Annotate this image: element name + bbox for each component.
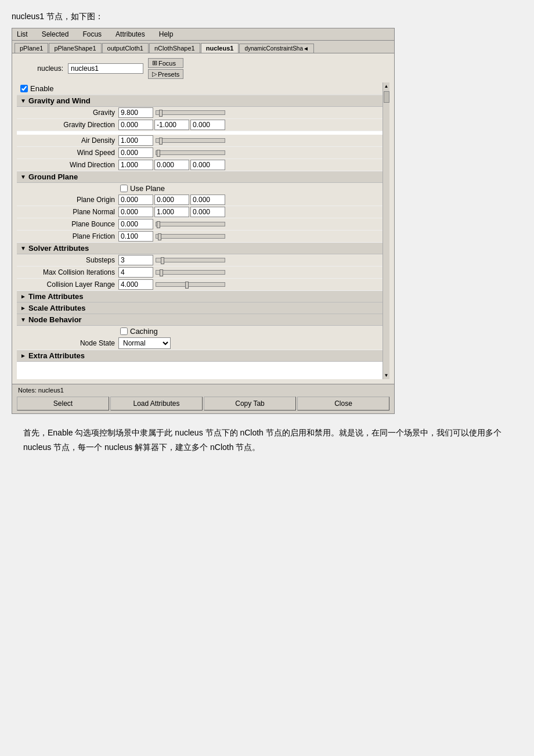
focus-button[interactable]: ⊞ Focus [148,58,183,68]
max-collision-slider[interactable] [156,270,225,275]
plane-normal-x[interactable] [118,207,153,217]
caching-row: Caching [17,326,383,337]
attrs-panel: Enable ▼ Gravity and Wind Gravity [17,82,383,379]
attr-row-plane-origin: Plane Origin [17,194,383,206]
scroll-up-arrow[interactable]: ▲ [384,82,389,90]
nucleus-input[interactable] [68,63,143,74]
load-attributes-button[interactable]: Load Attributes [110,397,203,411]
wind-dir-z[interactable] [190,160,225,170]
bottom-bar: Notes: nucleus1 Select Load Attributes C… [12,384,394,413]
nucleus-row: nucleus: ⊞ Focus ▷ Presets [17,58,389,79]
gravity-dir-z[interactable] [190,120,225,130]
plane-normal-z[interactable] [190,207,225,217]
attr-row-plane-normal: Plane Normal [17,206,383,218]
close-button[interactable]: Close [297,397,389,411]
attr-row-air-density: Air Density [17,135,383,147]
collision-layer-slider[interactable] [156,282,225,287]
attr-row-gravity-direction: Gravity Direction [17,119,383,131]
presets-icon: ▷ [152,70,157,78]
collision-layer-input[interactable] [118,279,153,290]
node-state-select[interactable]: Normal HasNoEffect Blocking [118,337,171,349]
tab-pplane1[interactable]: pPlane1 [15,43,48,53]
nucleus-btn-group: ⊞ Focus ▷ Presets [148,58,183,79]
plane-origin-z[interactable] [190,195,225,205]
gravity-dir-y[interactable] [154,120,189,130]
wind-speed-slider[interactable] [156,150,225,155]
caching-checkbox[interactable] [120,327,128,335]
time-label: Time Attributes [28,292,84,301]
enable-checkbox[interactable] [20,85,28,92]
attr-row-plane-friction: Plane Friction [17,231,383,243]
wind-dir-x[interactable] [118,160,153,170]
plane-origin-x[interactable] [118,195,153,205]
caching-label: Caching [130,327,158,336]
max-collision-input[interactable] [118,267,153,278]
button-row: Select Load Attributes Copy Tab Close [15,395,392,412]
attr-row-substeps: Substeps [17,254,383,267]
tab-outputcloth1[interactable]: outputCloth1 [102,43,149,53]
tabs-bar: pPlane1 pPlaneShape1 outputCloth1 nCloth… [12,41,394,53]
select-button[interactable]: Select [17,397,109,411]
wind-speed-input[interactable] [118,147,153,158]
tab-pplaneshape1[interactable]: pPlaneShape1 [49,43,101,53]
air-density-slider[interactable] [156,138,225,143]
section-ground-plane[interactable]: ▼ Ground Plane [17,171,383,183]
max-collision-label: Max Collision Iterations [17,268,118,276]
notes-text: Notes: nucleus1 [18,387,64,394]
gravity-input[interactable] [118,107,153,118]
section-solver-attributes[interactable]: ▼ Solver Attributes [17,243,383,254]
extra-arrow: ► [20,352,26,359]
content-area: nucleus: ⊞ Focus ▷ Presets Enable [12,53,394,384]
solver-arrow: ▼ [20,245,26,251]
nucleus-label: nucleus: [17,64,63,73]
gravity-label: Gravity [17,109,118,117]
scroll-thumb[interactable] [384,91,389,103]
paragraph-1: 首先，Enable 勾选项控制场景中隶属于此 nucleus 节点下的 nClo… [23,426,511,455]
tab-nclothshape1[interactable]: nClothShape1 [149,43,200,53]
notes-row: Notes: nucleus1 [15,386,392,395]
section-gravity-wind[interactable]: ▼ Gravity and Wind [17,95,383,107]
section-extra-attributes[interactable]: ► Extra Attributes [17,350,383,362]
use-plane-checkbox[interactable] [120,185,128,192]
section-time-attributes[interactable]: ► Time Attributes [17,291,383,303]
scale-label: Scale Attributes [28,304,86,312]
menu-focus[interactable]: Focus [80,30,104,39]
substeps-label: Substeps [17,256,118,264]
section-node-behavior[interactable]: ▼ Node Behavior [17,314,383,326]
tab-nucleus1[interactable]: nucleus1 [201,43,239,53]
plane-bounce-slider[interactable] [156,222,225,226]
section-scale-attributes[interactable]: ► Scale Attributes [17,303,383,314]
plane-friction-input[interactable] [118,231,153,242]
gravity-direction-label: Gravity Direction [17,121,118,129]
plane-friction-slider[interactable] [156,234,225,239]
menu-attributes[interactable]: Attributes [113,30,147,39]
gravity-dir-x[interactable] [118,120,153,130]
plane-bounce-input[interactable] [118,219,153,229]
substeps-slider[interactable] [156,258,225,262]
copy-tab-button[interactable]: Copy Tab [204,397,296,411]
air-density-input[interactable] [118,135,153,146]
attr-row-wind-speed: Wind Speed [17,147,383,159]
menu-help[interactable]: Help [157,30,176,39]
plane-origin-y[interactable] [154,195,189,205]
menubar: List Selected Focus Attributes Help [12,28,394,41]
menu-list[interactable]: List [15,30,30,39]
plane-friction-label: Plane Friction [17,232,118,240]
scroll-down-arrow[interactable]: ▼ [384,372,389,379]
main-window: List Selected Focus Attributes Help pPla… [12,28,395,414]
enable-row: Enable [17,82,383,95]
plane-origin-label: Plane Origin [17,196,118,204]
plane-normal-y[interactable] [154,207,189,217]
attrs-panel-container: Enable ▼ Gravity and Wind Gravity [17,82,389,379]
wind-speed-label: Wind Speed [17,149,118,157]
menu-selected[interactable]: Selected [39,30,71,39]
scrollbar[interactable]: ▲ ▼ [383,82,389,379]
presets-button[interactable]: ▷ Presets [148,69,183,79]
use-plane-row: Use Plane [17,183,383,194]
wind-dir-y[interactable] [154,160,189,170]
tab-dynamicconstraint[interactable]: dynamicConstraintSha◄ [239,44,314,53]
gravity-slider[interactable] [156,110,225,115]
attr-row-plane-bounce: Plane Bounce [17,218,383,231]
paragraph-text: 首先，Enable 勾选项控制场景中隶属于此 nucleus 节点下的 nClo… [12,426,522,455]
substeps-input[interactable] [118,255,153,265]
